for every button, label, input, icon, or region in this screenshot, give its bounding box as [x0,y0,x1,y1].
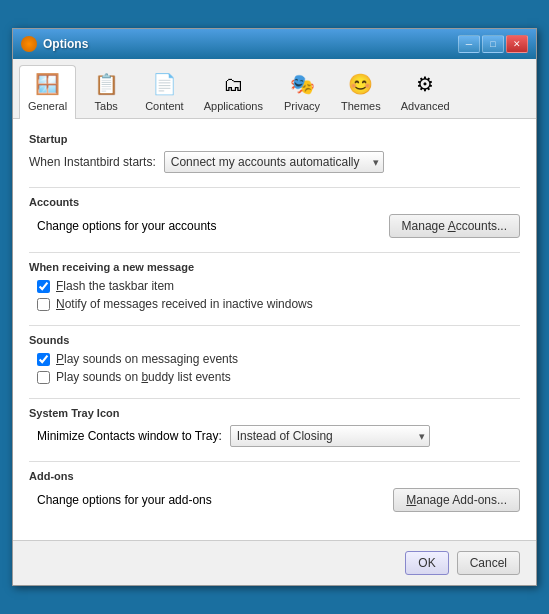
manage-addons-button[interactable]: Manage Add-ons... [393,488,520,512]
titlebar-buttons: ─ □ ✕ [458,35,528,53]
accounts-section: Accounts Change options for your account… [29,196,520,238]
accounts-row: Change options for your accounts Manage … [29,214,520,238]
when-starts-label: When Instantbird starts: [29,155,156,169]
titlebar-left: Options [21,36,88,52]
addons-section: Add-ons Change options for your add-ons … [29,470,520,512]
tab-general-label: General [28,100,67,112]
tab-themes-label: Themes [341,100,381,112]
tabs-bar: 🪟 General 📋 Tabs 📄 Content 🗂 Application… [13,59,536,119]
tab-advanced[interactable]: ⚙ Advanced [392,65,459,118]
startup-dropdown-wrapper: Connect my accounts automatically Show a… [164,151,384,173]
play-buddy-row: Play sounds on buddy list events [29,370,520,384]
tab-privacy-label: Privacy [284,100,320,112]
play-messaging-checkbox[interactable] [37,353,50,366]
advanced-icon: ⚙ [411,70,439,98]
tray-dropdown-wrapper: Instead of Closing Always Never [230,425,430,447]
play-messaging-text: Play sounds on messaging events [56,352,238,366]
tab-applications-label: Applications [204,100,263,112]
tab-content[interactable]: 📄 Content [136,65,193,118]
divider-3 [29,325,520,326]
divider-4 [29,398,520,399]
flash-label-text: Flash the taskbar item [56,279,174,293]
new-message-title: When receiving a new message [29,261,520,273]
notify-checkbox[interactable] [37,298,50,311]
divider-2 [29,252,520,253]
new-message-section: When receiving a new message Flash the t… [29,261,520,311]
system-tray-section: System Tray Icon Minimize Contacts windo… [29,407,520,447]
tray-row: Minimize Contacts window to Tray: Instea… [29,425,520,447]
startup-title: Startup [29,133,520,145]
flash-row: Flash the taskbar item [29,279,520,293]
options-window: Options ─ □ ✕ 🪟 General 📋 Tabs 📄 Content… [12,28,537,586]
accounts-change-label: Change options for your accounts [37,219,216,233]
manage-accounts-button[interactable]: Manage Accounts... [389,214,520,238]
tab-applications[interactable]: 🗂 Applications [195,65,272,118]
sounds-title: Sounds [29,334,520,346]
notify-label: Notify of messages received in inactive … [56,297,313,311]
notify-row: Notify of messages received in inactive … [29,297,520,311]
addons-title: Add-ons [29,470,520,482]
content-area: Startup When Instantbird starts: Connect… [13,119,536,541]
play-buddy-text: Play sounds on buddy list events [56,370,231,384]
ok-button[interactable]: OK [405,551,448,575]
content-icon: 📄 [150,70,178,98]
close-button[interactable]: ✕ [506,35,528,53]
privacy-icon: 🎭 [288,70,316,98]
system-tray-title: System Tray Icon [29,407,520,419]
sounds-section: Sounds Play sounds on messaging events P… [29,334,520,384]
footer: OK Cancel [13,541,536,585]
tray-dropdown[interactable]: Instead of Closing Always Never [230,425,430,447]
applications-icon: 🗂 [219,70,247,98]
notify-label-text: Notify of messages received in inactive … [56,297,313,311]
play-buddy-label: Play sounds on buddy list events [56,370,231,384]
tab-tabs-label: Tabs [95,100,118,112]
addons-change-label: Change options for your add-ons [37,493,212,507]
play-buddy-checkbox[interactable] [37,371,50,384]
tray-label: Minimize Contacts window to Tray: [37,429,222,443]
tab-tabs[interactable]: 📋 Tabs [78,65,134,118]
tab-privacy[interactable]: 🎭 Privacy [274,65,330,118]
tab-advanced-label: Advanced [401,100,450,112]
general-icon: 🪟 [34,70,62,98]
play-messaging-label: Play sounds on messaging events [56,352,238,366]
play-messaging-row: Play sounds on messaging events [29,352,520,366]
tab-general[interactable]: 🪟 General [19,65,76,119]
flash-checkbox[interactable] [37,280,50,293]
themes-icon: 😊 [347,70,375,98]
divider-5 [29,461,520,462]
tabs-icon: 📋 [92,70,120,98]
minimize-button[interactable]: ─ [458,35,480,53]
maximize-button[interactable]: □ [482,35,504,53]
tab-content-label: Content [145,100,184,112]
tab-themes[interactable]: 😊 Themes [332,65,390,118]
divider-1 [29,187,520,188]
app-icon [21,36,37,52]
accounts-title: Accounts [29,196,520,208]
flash-label: Flash the taskbar item [56,279,174,293]
titlebar: Options ─ □ ✕ [13,29,536,59]
window-title: Options [43,37,88,51]
startup-row: When Instantbird starts: Connect my acco… [29,151,520,173]
startup-section: Startup When Instantbird starts: Connect… [29,133,520,173]
startup-dropdown[interactable]: Connect my accounts automatically Show a… [164,151,384,173]
addons-row: Change options for your add-ons Manage A… [29,488,520,512]
cancel-button[interactable]: Cancel [457,551,520,575]
